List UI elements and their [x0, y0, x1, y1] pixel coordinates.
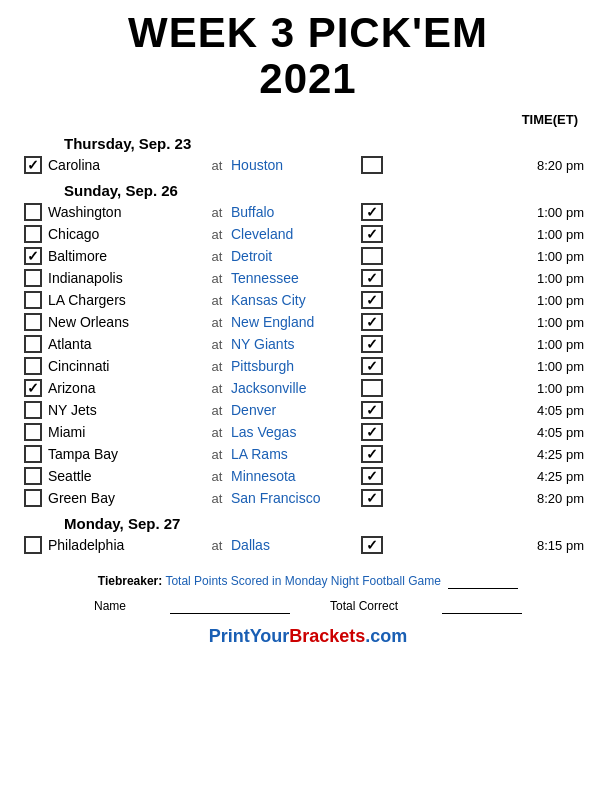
away-checkbox[interactable]: [24, 401, 42, 419]
home-checkbox[interactable]: [361, 467, 383, 485]
game-row: ArizonaatJacksonville1:00 pm: [24, 377, 592, 399]
home-checkbox[interactable]: [361, 536, 383, 554]
at-separator: at: [203, 469, 231, 484]
at-separator: at: [203, 491, 231, 506]
tiebreaker-label: Tiebreaker:: [98, 574, 162, 588]
game-row: PhiladelphiaatDallas8:15 pm: [24, 534, 592, 556]
game-time: 8:15 pm: [383, 538, 592, 553]
game-time: 1:00 pm: [383, 381, 592, 396]
away-checkbox[interactable]: [24, 445, 42, 463]
home-checkbox[interactable]: [361, 203, 383, 221]
game-row: ChicagoatCleveland1:00 pm: [24, 223, 592, 245]
away-checkbox[interactable]: [24, 467, 42, 485]
home-team: Cleveland: [231, 226, 361, 242]
away-team: Arizona: [48, 380, 203, 396]
away-team: Indianapolis: [48, 270, 203, 286]
home-checkbox[interactable]: [361, 357, 383, 375]
game-row: WashingtonatBuffalo1:00 pm: [24, 201, 592, 223]
away-checkbox[interactable]: [24, 489, 42, 507]
game-row: Green BayatSan Francisco8:20 pm: [24, 487, 592, 509]
home-checkbox[interactable]: [361, 247, 383, 265]
section-header: Sunday, Sep. 26: [64, 182, 592, 199]
away-checkbox[interactable]: [24, 423, 42, 441]
home-team: Pittsburgh: [231, 358, 361, 374]
game-time: 1:00 pm: [383, 337, 592, 352]
away-team: Tampa Bay: [48, 446, 203, 462]
away-checkbox[interactable]: [24, 335, 42, 353]
away-team: Washington: [48, 204, 203, 220]
at-separator: at: [203, 359, 231, 374]
game-time: 4:05 pm: [383, 425, 592, 440]
at-separator: at: [203, 205, 231, 220]
away-checkbox[interactable]: [24, 225, 42, 243]
home-team: Dallas: [231, 537, 361, 553]
away-team: Carolina: [48, 157, 203, 173]
tiebreaker-field[interactable]: [448, 574, 518, 589]
name-field[interactable]: [170, 599, 290, 614]
away-checkbox[interactable]: [24, 536, 42, 554]
correct-field[interactable]: [442, 599, 522, 614]
game-row: LA ChargersatKansas City1:00 pm: [24, 289, 592, 311]
home-checkbox[interactable]: [361, 313, 383, 331]
away-checkbox[interactable]: [24, 357, 42, 375]
at-separator: at: [203, 538, 231, 553]
game-time: 4:05 pm: [383, 403, 592, 418]
at-separator: at: [203, 249, 231, 264]
home-team: Minnesota: [231, 468, 361, 484]
home-checkbox[interactable]: [361, 335, 383, 353]
game-row: AtlantaatNY Giants1:00 pm: [24, 333, 592, 355]
home-team: Denver: [231, 402, 361, 418]
game-time: 1:00 pm: [383, 227, 592, 242]
away-checkbox[interactable]: [24, 156, 42, 174]
at-separator: at: [203, 227, 231, 242]
correct-label: Total Correct: [330, 599, 398, 614]
section-header: Thursday, Sep. 23: [64, 135, 592, 152]
home-checkbox[interactable]: [361, 156, 383, 174]
game-time: 1:00 pm: [383, 315, 592, 330]
home-team: Las Vegas: [231, 424, 361, 440]
game-row: CarolinaatHouston8:20 pm: [24, 154, 592, 176]
away-team: Miami: [48, 424, 203, 440]
page-title: WEEK 3 PICK'EM 2021: [20, 10, 596, 102]
game-time: 1:00 pm: [383, 359, 592, 374]
home-team: New England: [231, 314, 361, 330]
game-time: 1:00 pm: [383, 249, 592, 264]
away-checkbox[interactable]: [24, 269, 42, 287]
away-checkbox[interactable]: [24, 247, 42, 265]
at-separator: at: [203, 381, 231, 396]
home-team: Detroit: [231, 248, 361, 264]
away-checkbox[interactable]: [24, 203, 42, 221]
away-checkbox[interactable]: [24, 313, 42, 331]
home-checkbox[interactable]: [361, 379, 383, 397]
home-checkbox[interactable]: [361, 423, 383, 441]
at-separator: at: [203, 425, 231, 440]
away-team: Seattle: [48, 468, 203, 484]
home-team: LA Rams: [231, 446, 361, 462]
home-team: Houston: [231, 157, 361, 173]
away-team: Green Bay: [48, 490, 203, 506]
game-row: CincinnatiatPittsburgh1:00 pm: [24, 355, 592, 377]
footer: PrintYourBrackets.com: [20, 626, 596, 647]
away-checkbox[interactable]: [24, 379, 42, 397]
away-team: LA Chargers: [48, 292, 203, 308]
game-time: 4:25 pm: [383, 447, 592, 462]
away-checkbox[interactable]: [24, 291, 42, 309]
game-row: SeattleatMinnesota4:25 pm: [24, 465, 592, 487]
game-row: MiamiatLas Vegas4:05 pm: [24, 421, 592, 443]
home-checkbox[interactable]: [361, 225, 383, 243]
away-team: NY Jets: [48, 402, 203, 418]
section-header: Monday, Sep. 27: [64, 515, 592, 532]
away-team: New Orleans: [48, 314, 203, 330]
home-checkbox[interactable]: [361, 401, 383, 419]
home-team: Jacksonville: [231, 380, 361, 396]
game-time: 1:00 pm: [383, 293, 592, 308]
game-row: NY JetsatDenver4:05 pm: [24, 399, 592, 421]
at-separator: at: [203, 337, 231, 352]
home-checkbox[interactable]: [361, 269, 383, 287]
home-checkbox[interactable]: [361, 291, 383, 309]
home-team: Tennessee: [231, 270, 361, 286]
home-checkbox[interactable]: [361, 489, 383, 507]
home-checkbox[interactable]: [361, 445, 383, 463]
game-row: New OrleansatNew England1:00 pm: [24, 311, 592, 333]
away-team: Atlanta: [48, 336, 203, 352]
